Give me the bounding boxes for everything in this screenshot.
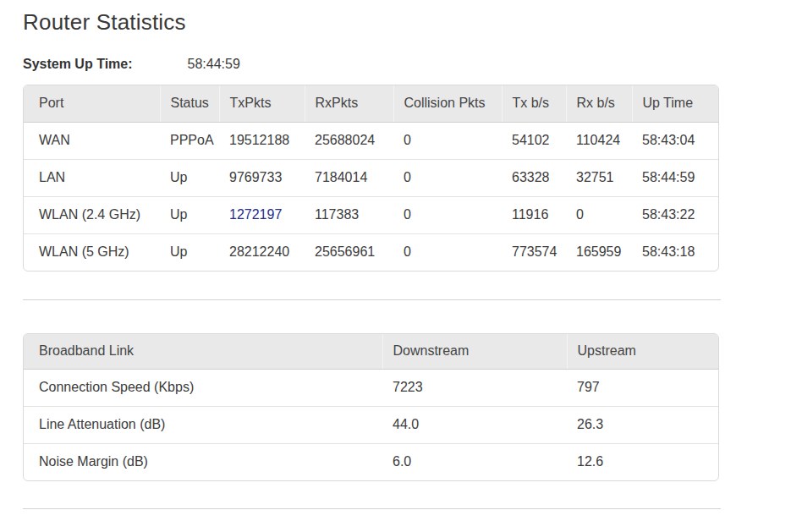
wan-collision-pkts: 0 (393, 122, 502, 159)
lan-tx-bs: 63328 (502, 159, 566, 196)
lan-up-time: 58:44:59 (632, 159, 718, 196)
noise-margin-downstream: 6.0 (382, 443, 567, 480)
line-attenuation-downstream: 44.0 (382, 406, 567, 443)
router-statistics-page: Router Statistics System Up Time: 58:44:… (0, 0, 791, 532)
wlan24-collision-pkts: 0 (393, 196, 502, 233)
connection-speed-downstream: 7223 (382, 369, 567, 406)
broadband-link-table: Broadband Link Downstream Upstream Conne… (24, 334, 718, 480)
system-up-time-row: System Up Time: 58:44:59 (23, 56, 791, 73)
system-up-time-label: System Up Time: (23, 56, 133, 73)
wlan24-txpkts-value[interactable]: 1272197 (229, 207, 282, 222)
wlan24-rxpkts: 117383 (305, 196, 393, 233)
line-attenuation-label: Line Attenuation (dB) (24, 406, 382, 443)
wlan24-up-time: 58:43:22 (632, 196, 718, 233)
wlan24-rx-bs: 0 (566, 196, 632, 233)
table-row-wan: WAN PPPoA 19512188 25688024 0 54102 1104… (24, 122, 718, 159)
column-header-upstream: Upstream (567, 334, 718, 369)
column-header-tx-bs: Tx b/s (502, 85, 566, 122)
wlan24-tx-bs: 11916 (502, 196, 566, 233)
wan-tx-bs: 54102 (502, 122, 566, 159)
page-title: Router Statistics (23, 7, 791, 37)
line-attenuation-upstream: 26.3 (567, 406, 718, 443)
table-row-wlan-24ghz: WLAN (2.4 GHz) Up 1272197 117383 0 11916… (24, 196, 718, 233)
column-header-rx-bs: Rx b/s (566, 85, 632, 122)
lan-collision-pkts: 0 (393, 159, 502, 196)
port-table-header-row: Port Status TxPkts RxPkts Collision Pkts… (24, 85, 718, 122)
wan-up-time: 58:43:04 (632, 122, 718, 159)
wlan5-status: Up (160, 233, 219, 271)
system-up-time-value: 58:44:59 (188, 56, 240, 73)
wlan5-port-label: WLAN (5 GHz) (24, 233, 160, 271)
wan-txpkts: 19512188 (219, 122, 305, 159)
lan-rx-bs: 32751 (566, 159, 632, 196)
column-header-collision-pkts: Collision Pkts (393, 85, 502, 122)
column-header-status: Status (160, 85, 219, 122)
wlan5-collision-pkts: 0 (393, 233, 502, 271)
wlan5-rxpkts: 25656961 (305, 233, 393, 271)
column-header-downstream: Downstream (382, 334, 567, 369)
port-statistics-table: Port Status TxPkts RxPkts Collision Pkts… (24, 85, 718, 271)
port-statistics-table-card: Port Status TxPkts RxPkts Collision Pkts… (23, 85, 719, 271)
wan-status: PPPoA (160, 122, 219, 159)
column-header-up-time: Up Time (632, 85, 718, 122)
column-header-txpkts: TxPkts (219, 85, 305, 122)
column-header-rxpkts: RxPkts (305, 85, 393, 122)
section-divider (23, 299, 721, 300)
wlan5-tx-bs: 773574 (502, 233, 566, 271)
wan-rx-bs: 110424 (566, 122, 632, 159)
wlan5-rx-bs: 165959 (566, 233, 632, 271)
broadband-link-table-card: Broadband Link Downstream Upstream Conne… (23, 333, 719, 481)
wlan5-txpkts: 28212240 (219, 233, 305, 271)
wlan24-status: Up (160, 196, 219, 233)
section-divider-bottom (23, 508, 721, 509)
wlan5-up-time: 58:43:18 (632, 233, 718, 271)
noise-margin-upstream: 12.6 (567, 443, 718, 480)
table-row-connection-speed: Connection Speed (Kbps) 7223 797 (24, 369, 718, 406)
column-header-port: Port (24, 85, 160, 122)
table-row-lan: LAN Up 9769733 7184014 0 63328 32751 58:… (24, 159, 718, 196)
wan-port-label: WAN (24, 122, 160, 159)
lan-status: Up (160, 159, 219, 196)
noise-margin-label: Noise Margin (dB) (24, 443, 382, 480)
table-row-noise-margin: Noise Margin (dB) 6.0 12.6 (24, 443, 718, 480)
wlan24-port-label: WLAN (2.4 GHz) (24, 196, 160, 233)
wan-rxpkts: 25688024 (305, 122, 393, 159)
lan-txpkts: 9769733 (219, 159, 305, 196)
lan-rxpkts: 7184014 (305, 159, 393, 196)
lan-port-label: LAN (24, 159, 160, 196)
table-row-line-attenuation: Line Attenuation (dB) 44.0 26.3 (24, 406, 718, 443)
connection-speed-upstream: 797 (567, 369, 718, 406)
wlan24-txpkts-link[interactable]: 1272197 (219, 196, 305, 233)
column-header-broadband-link: Broadband Link (24, 334, 382, 369)
broadband-table-header-row: Broadband Link Downstream Upstream (24, 334, 718, 369)
table-row-wlan-5ghz: WLAN (5 GHz) Up 28212240 25656961 0 7735… (24, 233, 718, 271)
connection-speed-label: Connection Speed (Kbps) (24, 369, 382, 406)
